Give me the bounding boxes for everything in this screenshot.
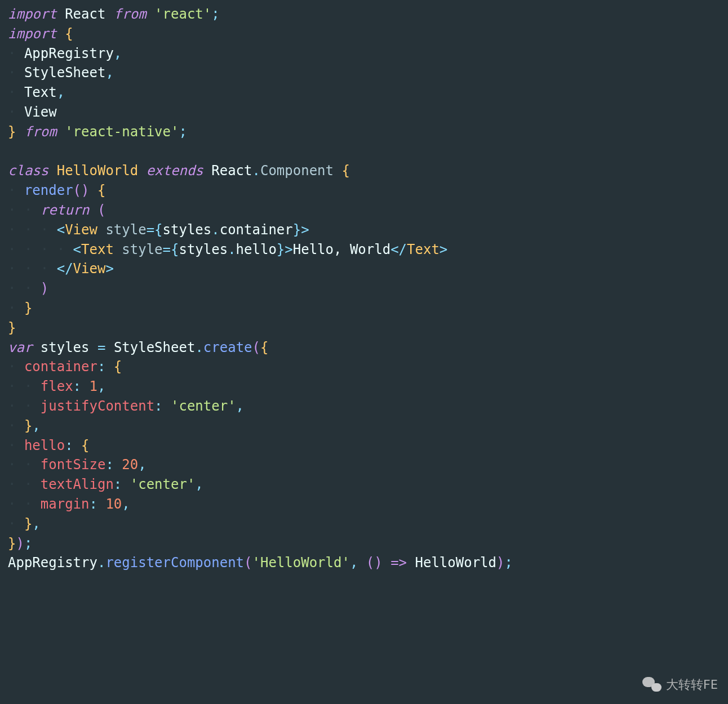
number: 20 [122, 457, 138, 473]
method-create: create [203, 340, 252, 355]
brace-open: { [154, 222, 162, 238]
brace-open: { [260, 340, 268, 355]
brace-open: { [341, 163, 349, 179]
brace-open: { [81, 438, 89, 453]
indent-guide: · · [8, 378, 41, 394]
keyword-class: class [8, 163, 48, 179]
indent-guide: · · · [8, 222, 57, 238]
brace-close: } [8, 536, 16, 551]
colon: : [154, 398, 162, 414]
comma: , [122, 496, 130, 512]
angle-open: < [57, 222, 65, 238]
method-register: registerComponent [105, 555, 244, 571]
semicolon: ; [24, 536, 32, 551]
indent-guide: · · · · [8, 242, 73, 257]
comma: , [236, 398, 244, 414]
angle-close: > [301, 222, 309, 238]
wechat-icon [641, 676, 663, 694]
string: 'center' [130, 476, 196, 492]
indent-guide: · [8, 516, 24, 532]
comma: , [114, 46, 122, 61]
equals: = [163, 242, 171, 257]
indent-guide: · [8, 359, 16, 375]
angle-close: > [105, 261, 113, 277]
method-render: render [24, 182, 73, 198]
ident-hello: hello [236, 242, 277, 257]
colon: : [105, 457, 113, 473]
angle-close: > [440, 242, 447, 257]
brace-close: } [277, 242, 285, 257]
prop-key: flex [41, 378, 73, 394]
jsx-tag: View [73, 261, 106, 277]
ident-react: React [211, 163, 252, 179]
keyword-from: from [114, 6, 147, 22]
indent-guide: · [8, 65, 16, 81]
ident-container: container [220, 222, 293, 238]
angle-open: < [73, 242, 81, 257]
brace-close: } [8, 320, 16, 336]
jsx-attr: style [122, 242, 162, 257]
prop-key: margin [41, 496, 90, 512]
brace-open: { [97, 182, 105, 198]
brace-open: { [171, 242, 179, 257]
comma: , [195, 476, 203, 492]
comma: , [32, 418, 40, 434]
colon: : [114, 476, 122, 492]
paren-open: ( [97, 202, 105, 218]
comma: , [57, 84, 65, 100]
watermark: 大转转FE [641, 676, 718, 694]
keyword-import: import [8, 6, 57, 22]
brace-close: } [293, 222, 301, 238]
ident-appregistry: AppRegistry [8, 555, 97, 571]
ident-styles: styles [41, 340, 90, 355]
colon: : [73, 378, 81, 394]
dot: . [228, 242, 236, 257]
colon: : [65, 438, 73, 453]
comma: , [350, 555, 358, 571]
ident-stylesheet: StyleSheet [24, 65, 106, 81]
comma: , [138, 457, 146, 473]
dot: . [252, 163, 260, 179]
string-react-native: 'react-native' [65, 124, 179, 140]
keyword-import: import [8, 26, 57, 42]
number: 10 [105, 496, 122, 512]
semicolon: ; [211, 6, 219, 22]
colon: : [90, 496, 97, 512]
string: 'HelloWorld' [252, 555, 350, 571]
brace-close: } [8, 124, 16, 140]
brace-close: } [24, 516, 32, 532]
dot: . [195, 340, 203, 355]
keyword-return: return [41, 202, 90, 218]
indent-guide: · · [8, 476, 41, 492]
string-react: 'react' [154, 6, 211, 22]
string: 'center' [171, 398, 236, 414]
jsx-tag: Text [407, 242, 440, 257]
prop-key: fontSize [41, 457, 106, 473]
indent-guide: · · [8, 398, 41, 414]
ident-appregistry: AppRegistry [24, 46, 114, 61]
paren-close: ) [41, 280, 48, 296]
semicolon: ; [179, 124, 187, 140]
jsx-tag: View [65, 222, 97, 238]
paren-close: ) [16, 536, 24, 551]
prop-key: textAlign [41, 476, 114, 492]
angle-close: > [285, 242, 292, 257]
colon: : [97, 359, 105, 375]
indent-guide: · [8, 104, 16, 120]
angle-open: </ [390, 242, 407, 257]
indent-guide: · · [8, 496, 41, 512]
code-block: import React from 'react'; import { · Ap… [8, 5, 720, 573]
keyword-from: from [24, 124, 57, 140]
keyword-var: var [8, 340, 32, 355]
prop-key: justifyContent [41, 398, 154, 414]
class-name: HelloWorld [57, 163, 139, 179]
angle-open: </ [57, 261, 73, 277]
ident-helloworld: HelloWorld [415, 555, 497, 571]
indent-guide: · · [8, 202, 41, 218]
dot: . [211, 222, 219, 238]
indent-guide: · · [8, 457, 41, 473]
jsx-tag: Text [81, 242, 114, 257]
watermark-text: 大转转FE [666, 676, 718, 694]
paren: () [73, 182, 90, 198]
comma: , [32, 516, 40, 532]
